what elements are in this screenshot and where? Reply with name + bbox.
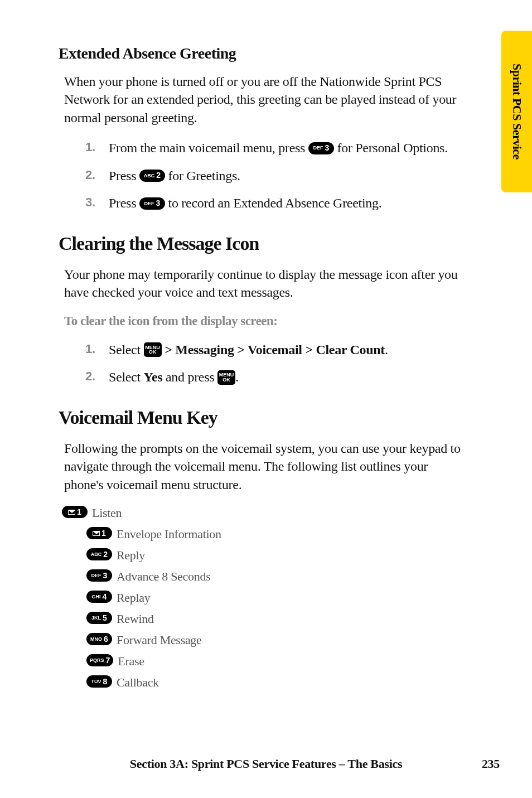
tree-item-listen: 1 Listen (62, 506, 468, 520)
voicemail-menu-tree: 1 Listen 1 Envelope Information ABC2 Rep… (59, 506, 468, 690)
key-mail1-icon: 1 (62, 506, 88, 518)
tree-item-forward: MNO6 Forward Message (86, 633, 468, 647)
step-2: 2. Select Yes and press MENUOK. (85, 368, 468, 387)
step-number: 2. (85, 368, 95, 385)
paragraph-clearing: Your phone may temporarily continue to d… (64, 265, 468, 302)
step-1: 1. From the main voicemail menu, press D… (85, 139, 468, 158)
step-number: 2. (85, 167, 95, 184)
paragraph-ext-absence: When your phone is turned off or you are… (64, 72, 468, 127)
key-tuv8-icon: TUV8 (86, 675, 112, 688)
step-text-cont: for Personal Options. (334, 141, 448, 155)
heading-clearing: Clearing the Message Icon (59, 233, 468, 254)
tree-item-advance: DEF3 Advance 8 Seconds (86, 569, 468, 584)
step-text-bold: Yes (144, 370, 163, 384)
tree-label: Callback (117, 675, 159, 690)
step-text-cont: and press (162, 370, 217, 384)
key-ghi4-icon: GHI4 (86, 591, 112, 603)
tree-label: Erase (118, 654, 144, 669)
step-2: 2. Press ABC2 for Greetings. (85, 167, 468, 186)
tree-label: Forward Message (117, 633, 202, 647)
key-pqrs7-icon: PQRS7 (86, 654, 113, 666)
step-text: Select (109, 342, 144, 357)
tree-item-replay: GHI4 Replay (86, 591, 468, 605)
subhead-clearing: To clear the icon from the display scree… (64, 314, 468, 328)
step-text-cont: for Greetings. (165, 168, 240, 183)
mail-icon (93, 531, 100, 536)
tree-label: Rewind (117, 612, 154, 626)
step-text: From the main voicemail menu, press (109, 141, 308, 155)
page-footer: Section 3A: Sprint PCS Service Features … (0, 757, 532, 771)
tree-item-reply: ABC2 Reply (86, 548, 468, 563)
step-number: 3. (85, 194, 95, 211)
steps-clearing: 1. Select MENUOK > Messaging > Voicemail… (85, 341, 468, 387)
step-text: Press (109, 168, 139, 183)
mail-icon (68, 510, 75, 515)
tree-label: Envelope Information (117, 527, 221, 541)
paragraph-vmkey: Following the prompts on the voicemail s… (64, 439, 468, 494)
step-1: 1. Select MENUOK > Messaging > Voicemail… (85, 341, 468, 360)
heading-vmkey: Voicemail Menu Key (59, 407, 468, 428)
step-text-end: . (235, 370, 239, 384)
step-text: Press (109, 196, 139, 210)
key-jkl5-icon: JKL5 (86, 612, 112, 624)
page-content: Extended Absence Greeting When your phon… (0, 0, 532, 690)
key-mail1-icon: 1 (86, 527, 112, 539)
key-mno6-icon: MNO6 (86, 633, 112, 645)
key-abc2-icon: ABC2 (86, 548, 112, 560)
steps-ext-absence: 1. From the main voicemail menu, press D… (85, 139, 468, 213)
page-number: 235 (482, 757, 500, 771)
heading-extended-absence: Extended Absence Greeting (59, 45, 468, 62)
tree-item-erase: PQRS7 Erase (86, 654, 468, 669)
step-text: Select (109, 370, 144, 384)
tree-label: Listen (92, 506, 122, 520)
tree-label: Advance 8 Seconds (117, 569, 210, 584)
step-text-cont: to record an Extended Absence Greeting. (165, 196, 382, 210)
key-menu-ok-icon: MENUOK (217, 370, 235, 385)
tree-label: Replay (117, 591, 151, 605)
step-text-bold: > Messaging > Voicemail > Clear Count (162, 342, 385, 357)
footer-text: Section 3A: Sprint PCS Service Features … (130, 757, 402, 771)
key-def3-icon: DEF3 (139, 197, 165, 210)
key-def3-icon: DEF3 (308, 142, 334, 154)
step-number: 1. (85, 341, 95, 358)
tree-item-callback: TUV8 Callback (86, 675, 468, 690)
step-number: 1. (85, 139, 95, 156)
key-abc2-icon: ABC2 (139, 170, 165, 182)
tree-label: Reply (117, 548, 145, 563)
key-menu-ok-icon: MENUOK (144, 342, 162, 357)
tree-item-rewind: JKL5 Rewind (86, 612, 468, 626)
step-text-cont: . (385, 342, 388, 357)
tree-item-envelope: 1 Envelope Information (86, 527, 468, 541)
step-3: 3. Press DEF3 to record an Extended Abse… (85, 194, 468, 213)
key-def3-icon: DEF3 (86, 569, 112, 582)
